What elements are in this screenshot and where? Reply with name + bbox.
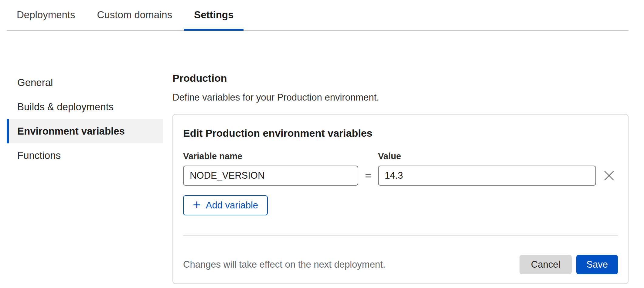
value-input[interactable] — [378, 166, 596, 186]
save-button[interactable]: Save — [576, 255, 618, 274]
card-footer: Changes will take effect on the next dep… — [183, 255, 618, 274]
add-variable-button[interactable]: + Add variable — [183, 195, 268, 215]
delete-variable-button[interactable] — [600, 167, 618, 184]
sidebar-item-general[interactable]: General — [7, 70, 163, 95]
value-label: Value — [378, 151, 596, 161]
tab-deployments[interactable]: Deployments — [7, 0, 85, 31]
environment-variables-card: Edit Production environment variables Va… — [172, 114, 629, 284]
section-description: Define variables for your Production env… — [172, 92, 629, 103]
tab-settings[interactable]: Settings — [184, 0, 244, 31]
sidebar-item-builds-deployments[interactable]: Builds & deployments — [7, 95, 163, 119]
section-title: Production — [172, 72, 629, 84]
plus-icon: + — [193, 198, 201, 211]
tabs-bar: Deployments Custom domains Settings — [7, 0, 629, 31]
cancel-button[interactable]: Cancel — [520, 255, 572, 274]
tab-custom-domains[interactable]: Custom domains — [87, 0, 182, 31]
close-icon — [604, 170, 614, 181]
sidebar-item-functions[interactable]: Functions — [7, 143, 163, 168]
settings-sidebar: General Builds & deployments Environment… — [7, 70, 163, 168]
main-panel: Production Define variables for your Pro… — [172, 70, 629, 284]
footer-actions: Cancel Save — [520, 255, 618, 274]
sidebar-item-environment-variables[interactable]: Environment variables — [7, 119, 163, 143]
variable-name-label: Variable name — [183, 151, 358, 161]
footer-note: Changes will take effect on the next dep… — [183, 259, 385, 270]
equals-sign: = — [358, 169, 378, 182]
variable-name-input[interactable] — [183, 166, 358, 186]
add-variable-label: Add variable — [206, 200, 258, 211]
variable-row: Variable name Value = — [183, 151, 618, 186]
settings-content: General Builds & deployments Environment… — [7, 70, 629, 284]
card-divider — [183, 235, 618, 236]
card-title: Edit Production environment variables — [183, 127, 618, 139]
